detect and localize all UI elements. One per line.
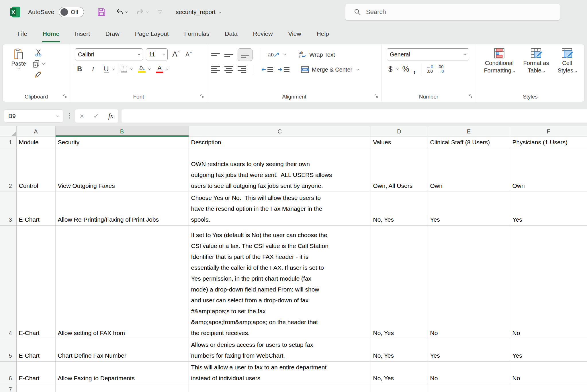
format-as-table-button[interactable]: Format as Table bbox=[523, 47, 549, 91]
increase-font-size-button[interactable]: A bbox=[172, 50, 180, 59]
merge-center-dropdown[interactable] bbox=[357, 68, 359, 70]
cell-b3[interactable]: Allow Re-Printing/Faxing of Print Jobs bbox=[55, 192, 189, 226]
cell-b5[interactable]: Chart Define Fax Number bbox=[55, 339, 189, 362]
column-header-f[interactable]: F bbox=[510, 126, 587, 137]
middle-align-button[interactable] bbox=[224, 52, 233, 57]
cell-d4[interactable]: No, Yes bbox=[371, 226, 428, 339]
copy-dropdown[interactable] bbox=[42, 62, 45, 64]
select-all-button[interactable] bbox=[0, 126, 16, 137]
accounting-format-dropdown[interactable] bbox=[396, 67, 398, 70]
search-input[interactable] bbox=[366, 8, 538, 16]
tab-help[interactable]: Help bbox=[309, 24, 337, 44]
cell-e7[interactable] bbox=[428, 384, 510, 392]
cell-e3[interactable]: Yes bbox=[428, 192, 510, 226]
column-header-a[interactable]: A bbox=[16, 126, 55, 137]
cell-a5[interactable]: E-Chart bbox=[16, 339, 55, 362]
cell-b6[interactable]: Allow Faxing to Departments bbox=[55, 362, 189, 384]
search-bar[interactable] bbox=[345, 4, 560, 20]
percent-style-button[interactable]: % bbox=[402, 65, 409, 74]
cell-c2[interactable]: OWN restricts users to only seeing their… bbox=[189, 148, 371, 192]
decrease-decimal-button[interactable]: .00 →0 bbox=[437, 64, 444, 74]
row-header-4[interactable]: 4 bbox=[0, 226, 16, 339]
column-header-d[interactable]: D bbox=[371, 126, 428, 137]
font-name-select[interactable]: Calibri bbox=[75, 48, 143, 60]
formula-bar-resizer[interactable] bbox=[69, 113, 70, 119]
cell-d6[interactable]: No, Yes bbox=[371, 362, 428, 384]
cell-f6[interactable]: No bbox=[510, 362, 587, 384]
cell-b1[interactable]: Security bbox=[55, 137, 189, 148]
workbook-title[interactable]: security_report bbox=[176, 9, 216, 15]
increase-indent-button[interactable] bbox=[278, 67, 289, 72]
workbook-title-dropdown[interactable] bbox=[219, 9, 221, 15]
cell-c5[interactable]: Allows or denies access for users to set… bbox=[189, 339, 371, 362]
cell-e6[interactable]: No bbox=[428, 362, 510, 384]
cell-e5[interactable]: Yes bbox=[428, 339, 510, 362]
cell-c6[interactable]: This will allow a user to fax to an enti… bbox=[189, 362, 371, 384]
top-align-button[interactable] bbox=[211, 53, 220, 56]
cell-a1[interactable]: Module bbox=[16, 137, 55, 148]
cell-d1[interactable]: Values bbox=[371, 137, 428, 148]
formula-input[interactable] bbox=[122, 109, 587, 123]
fill-color-button[interactable] bbox=[138, 66, 146, 73]
cell-b2[interactable]: View Outgoing Faxes bbox=[55, 148, 189, 192]
cell-f4[interactable]: No bbox=[510, 226, 587, 339]
column-header-e[interactable]: E bbox=[428, 126, 510, 137]
customize-quick-access-button[interactable] bbox=[158, 11, 162, 14]
cell-a2[interactable]: Control bbox=[16, 148, 55, 192]
row-header-5[interactable]: 5 bbox=[0, 339, 16, 362]
cell-f2[interactable]: Own bbox=[510, 148, 587, 192]
enter-button[interactable]: ✓ bbox=[93, 112, 99, 120]
cell-b4[interactable]: Allow setting of FAX from bbox=[55, 226, 189, 339]
clipboard-dialog-launcher[interactable] bbox=[63, 94, 67, 99]
align-left-button[interactable] bbox=[211, 66, 220, 73]
italic-button[interactable]: I bbox=[92, 65, 94, 73]
orientation-button[interactable]: ab bbox=[268, 52, 279, 58]
fill-color-dropdown[interactable] bbox=[148, 67, 150, 70]
number-format-select[interactable]: General bbox=[387, 48, 469, 60]
cell-d7[interactable] bbox=[371, 384, 428, 392]
decrease-font-size-button[interactable]: A bbox=[185, 51, 192, 58]
bold-button[interactable]: B bbox=[77, 65, 82, 73]
number-dialog-launcher[interactable] bbox=[469, 94, 473, 99]
align-center-button[interactable] bbox=[224, 66, 233, 73]
row-header-7[interactable]: 7 bbox=[0, 384, 16, 392]
tab-formulas[interactable]: Formulas bbox=[177, 24, 217, 44]
tab-page-layout[interactable]: Page Layout bbox=[127, 24, 177, 44]
paste-button[interactable]: Paste bbox=[7, 48, 31, 91]
font-color-dropdown[interactable] bbox=[166, 67, 168, 70]
cell-f3[interactable]: Yes bbox=[510, 192, 587, 226]
cell-a3[interactable]: E-Chart bbox=[16, 192, 55, 226]
tab-home[interactable]: Home bbox=[35, 24, 67, 44]
format-painter-button[interactable] bbox=[32, 71, 44, 78]
orientation-dropdown[interactable] bbox=[284, 53, 286, 55]
conditional-formatting-button[interactable]: Conditional Formatting bbox=[484, 47, 514, 91]
comma-style-button[interactable]: , bbox=[413, 66, 416, 72]
cell-d2[interactable]: Own, All Users bbox=[371, 148, 428, 192]
font-color-button[interactable]: A bbox=[156, 65, 163, 73]
font-size-select[interactable]: 11 bbox=[146, 48, 168, 60]
tab-insert[interactable]: Insert bbox=[67, 24, 98, 44]
cell-e4[interactable]: No bbox=[428, 226, 510, 339]
wrap-text-button[interactable]: ab c Wrap Text bbox=[298, 51, 335, 59]
row-header-2[interactable]: 2 bbox=[0, 148, 16, 192]
cell-f5[interactable]: Yes bbox=[510, 339, 587, 362]
name-box[interactable]: B9 bbox=[4, 109, 63, 123]
cell-a7[interactable] bbox=[16, 384, 55, 392]
borders-button[interactable] bbox=[120, 65, 128, 73]
cell-b7[interactable] bbox=[55, 384, 189, 392]
cell-c3[interactable]: Choose Yes or No. This will allow these … bbox=[189, 192, 371, 226]
redo-button[interactable] bbox=[136, 8, 144, 16]
underline-button[interactable]: U bbox=[104, 65, 109, 73]
tab-review[interactable]: Review bbox=[245, 24, 281, 44]
merge-center-button[interactable]: Merge & Center bbox=[301, 66, 352, 73]
cell-e1[interactable]: Clinical Staff (8 Users) bbox=[428, 137, 510, 148]
cancel-button[interactable]: × bbox=[80, 112, 84, 121]
accounting-format-button[interactable]: $ bbox=[388, 65, 392, 74]
cut-button[interactable] bbox=[32, 49, 44, 57]
cell-f7[interactable] bbox=[510, 384, 587, 392]
cell-c4[interactable]: If set to Yes (default is No) the user c… bbox=[189, 226, 371, 339]
cell-d3[interactable]: No, Yes bbox=[371, 192, 428, 226]
cell-d5[interactable]: No, Yes bbox=[371, 339, 428, 362]
underline-dropdown[interactable] bbox=[112, 67, 114, 70]
tab-draw[interactable]: Draw bbox=[98, 24, 127, 44]
